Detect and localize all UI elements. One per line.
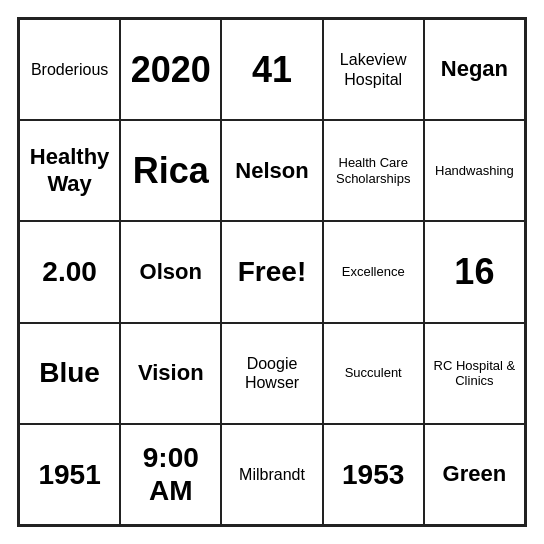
cell-text: Handwashing — [429, 163, 520, 179]
cell-text: Blue — [24, 356, 115, 390]
bingo-cell: 41 — [221, 19, 322, 120]
bingo-cell: Healthy Way — [19, 120, 120, 221]
bingo-cell: 16 — [424, 221, 525, 322]
bingo-cell: RC Hospital & Clinics — [424, 323, 525, 424]
cell-text: Nelson — [226, 158, 317, 184]
cell-text: 41 — [226, 48, 317, 91]
cell-text: 1951 — [24, 458, 115, 492]
cell-text: Rica — [125, 149, 216, 192]
bingo-cell: Health Care Scholarships — [323, 120, 424, 221]
bingo-cell: Blue — [19, 323, 120, 424]
cell-text: Health Care Scholarships — [328, 155, 419, 186]
bingo-cell: Rica — [120, 120, 221, 221]
cell-text: 2.00 — [24, 255, 115, 289]
cell-text: Free! — [226, 255, 317, 289]
bingo-cell: Excellence — [323, 221, 424, 322]
bingo-cell: 9:00 AM — [120, 424, 221, 525]
cell-text: Succulent — [328, 365, 419, 381]
bingo-cell: 2020 — [120, 19, 221, 120]
bingo-cell: Free! — [221, 221, 322, 322]
cell-text: 16 — [429, 250, 520, 293]
bingo-cell: Vision — [120, 323, 221, 424]
bingo-cell: 1951 — [19, 424, 120, 525]
cell-text: Healthy Way — [24, 144, 115, 197]
cell-text: 1953 — [328, 458, 419, 492]
cell-text: RC Hospital & Clinics — [429, 358, 520, 389]
bingo-cell: 2.00 — [19, 221, 120, 322]
bingo-cell: 1953 — [323, 424, 424, 525]
bingo-cell: Doogie Howser — [221, 323, 322, 424]
cell-text: Excellence — [328, 264, 419, 280]
bingo-cell: Broderious — [19, 19, 120, 120]
bingo-cell: Milbrandt — [221, 424, 322, 525]
cell-text: Vision — [125, 360, 216, 386]
bingo-cell: Handwashing — [424, 120, 525, 221]
bingo-card: Broderious202041Lakeview HospitalNeganHe… — [17, 17, 527, 527]
cell-text: Milbrandt — [226, 465, 317, 484]
cell-text: Broderious — [24, 60, 115, 79]
bingo-cell: Negan — [424, 19, 525, 120]
cell-text: Olson — [125, 259, 216, 285]
bingo-cell: Olson — [120, 221, 221, 322]
cell-text: Negan — [429, 56, 520, 82]
bingo-cell: Green — [424, 424, 525, 525]
cell-text: 2020 — [125, 48, 216, 91]
bingo-cell: Lakeview Hospital — [323, 19, 424, 120]
bingo-cell: Succulent — [323, 323, 424, 424]
cell-text: Lakeview Hospital — [328, 50, 419, 88]
cell-text: Doogie Howser — [226, 354, 317, 392]
cell-text: 9:00 AM — [125, 441, 216, 508]
cell-text: Green — [429, 461, 520, 487]
bingo-cell: Nelson — [221, 120, 322, 221]
